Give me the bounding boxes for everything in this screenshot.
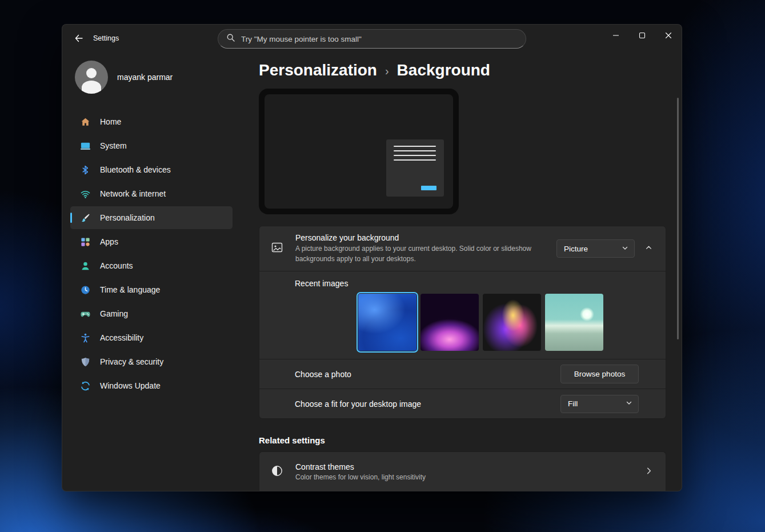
background-type-value: Picture xyxy=(564,245,622,253)
search-icon xyxy=(226,33,235,45)
sidebar-item-label: Personalization xyxy=(100,213,155,222)
chevron-down-icon xyxy=(626,399,632,408)
choose-fit-label: Choose a fit for your desktop image xyxy=(295,399,421,409)
recent-image-thumbnail[interactable] xyxy=(420,294,479,351)
back-arrow-icon xyxy=(74,34,83,45)
close-icon xyxy=(665,32,672,41)
breadcrumb: Personalization › Background xyxy=(259,59,665,81)
bluetooth-icon xyxy=(79,164,91,175)
sidebar-item-gaming[interactable]: Gaming xyxy=(70,302,233,325)
home-icon xyxy=(79,116,91,127)
sidebar-item-privacy-security[interactable]: Privacy & security xyxy=(70,350,233,373)
minimize-button[interactable] xyxy=(603,25,629,47)
choose-photo-label: Choose a photo xyxy=(295,370,351,379)
sidebar-item-label: Home xyxy=(100,117,121,126)
sidebar-item-label: Time & language xyxy=(100,285,160,294)
collapse-section-button[interactable] xyxy=(640,240,657,257)
system-icon xyxy=(79,140,91,151)
breadcrumb-separator-icon: › xyxy=(385,60,389,82)
sidebar: mayank parmar Home System xyxy=(62,53,241,491)
background-preview xyxy=(259,89,459,214)
choose-photo-row: Choose a photo Browse photos xyxy=(259,359,666,389)
choose-fit-row: Choose a fit for your desktop image Fill xyxy=(259,389,666,418)
window-controls xyxy=(603,25,682,47)
sidebar-item-bluetooth-devices[interactable]: Bluetooth & devices xyxy=(70,158,233,181)
sidebar-item-personalization[interactable]: Personalization xyxy=(70,206,233,229)
app-title: Settings xyxy=(93,34,119,42)
person-icon xyxy=(79,260,91,271)
user-name: mayank parmar xyxy=(117,73,173,82)
background-type-dropdown[interactable]: Picture xyxy=(556,239,635,258)
recent-images-section: Recent images xyxy=(259,271,666,359)
wifi-icon xyxy=(79,188,91,199)
page-title: Background xyxy=(397,59,490,81)
update-arrows-icon xyxy=(79,380,91,391)
contrast-themes-row[interactable]: Contrast themes Color themes for low vis… xyxy=(259,451,666,491)
sidebar-item-network-internet[interactable]: Network & internet xyxy=(70,182,233,205)
related-settings-heading: Related settings xyxy=(259,435,665,445)
accessibility-person-icon xyxy=(79,332,91,343)
recent-image-thumbnail[interactable] xyxy=(358,294,416,351)
recent-images-label: Recent images xyxy=(295,279,348,288)
sidebar-item-label: Gaming xyxy=(100,309,128,318)
avatar xyxy=(75,61,108,94)
contrast-themes-subtitle: Color themes for low vision, light sensi… xyxy=(295,473,426,481)
browse-photos-button[interactable]: Browse photos xyxy=(560,365,639,383)
user-profile[interactable]: mayank parmar xyxy=(70,61,233,94)
back-button[interactable] xyxy=(69,30,89,48)
sidebar-item-label: System xyxy=(100,141,127,150)
main-content: Personalization › Background xyxy=(241,53,682,491)
minimize-icon xyxy=(612,32,619,41)
fit-value: Fill xyxy=(568,399,626,408)
preview-mock-window xyxy=(386,139,444,197)
settings-window: Settings xyxy=(62,24,682,491)
search-input[interactable] xyxy=(241,35,518,43)
sidebar-item-time-language[interactable]: Time & language xyxy=(70,278,233,301)
chevron-right-icon xyxy=(645,467,653,477)
sidebar-item-home[interactable]: Home xyxy=(70,110,233,133)
breadcrumb-parent[interactable]: Personalization xyxy=(259,59,377,81)
recent-image-thumbnail[interactable] xyxy=(483,294,541,351)
sidebar-item-label: Network & internet xyxy=(100,189,166,198)
vertical-scrollbar[interactable] xyxy=(677,98,679,339)
sidebar-item-system[interactable]: System xyxy=(70,134,233,157)
sidebar-item-apps[interactable]: Apps xyxy=(70,230,233,253)
game-controller-icon xyxy=(79,308,91,319)
search-box[interactable] xyxy=(218,29,526,49)
sidebar-item-label: Privacy & security xyxy=(100,357,163,366)
sidebar-item-accounts[interactable]: Accounts xyxy=(70,254,233,277)
recent-images-row xyxy=(358,294,603,351)
paintbrush-icon xyxy=(79,212,91,223)
sidebar-item-label: Accounts xyxy=(100,261,133,270)
fit-dropdown[interactable]: Fill xyxy=(560,395,639,413)
sidebar-item-label: Windows Update xyxy=(100,381,161,390)
sidebar-item-label: Accessibility xyxy=(100,333,143,342)
preview-mock-accent-button xyxy=(421,186,436,190)
sidebar-item-accessibility[interactable]: Accessibility xyxy=(70,326,233,349)
personalize-background-header: Personalize your background A picture ba… xyxy=(259,226,666,271)
maximize-icon xyxy=(639,32,646,41)
personalize-background-title: Personalize your background xyxy=(295,233,554,242)
personalize-background-card: Personalize your background A picture ba… xyxy=(259,226,666,419)
personalize-background-description: A picture background applies to your cur… xyxy=(295,244,554,264)
contrast-icon xyxy=(271,465,283,479)
apps-grid-icon xyxy=(79,236,91,247)
sidebar-item-label: Apps xyxy=(100,237,118,246)
titlebar: Settings xyxy=(62,25,682,53)
chevron-up-icon xyxy=(645,244,652,253)
shield-icon xyxy=(79,356,91,367)
maximize-button[interactable] xyxy=(629,25,655,47)
contrast-themes-title: Contrast themes xyxy=(295,462,426,471)
recent-image-thumbnail[interactable] xyxy=(545,294,603,351)
picture-icon xyxy=(271,241,283,256)
sidebar-item-windows-update[interactable]: Windows Update xyxy=(70,374,233,397)
sidebar-item-label: Bluetooth & devices xyxy=(100,165,171,174)
chevron-down-icon xyxy=(622,245,628,253)
clock-icon xyxy=(79,284,91,295)
close-button[interactable] xyxy=(655,25,682,47)
background-preview-screen xyxy=(265,94,453,209)
